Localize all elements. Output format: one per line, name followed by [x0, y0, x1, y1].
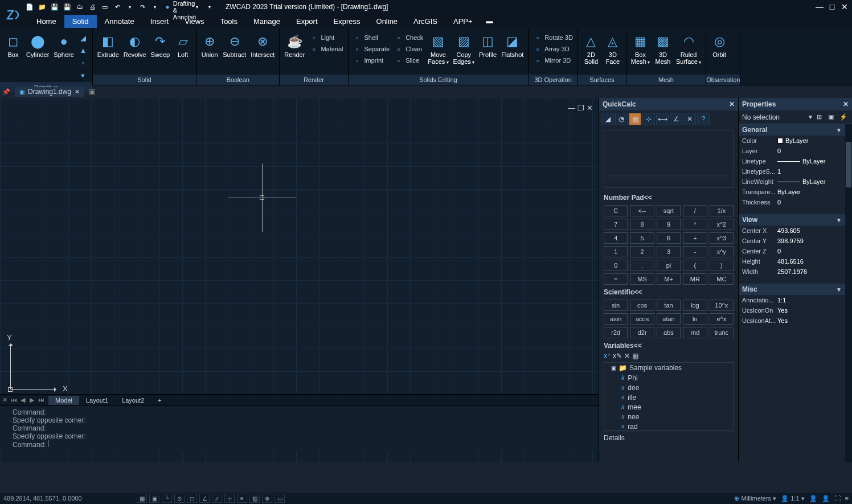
workspace-dd-icon[interactable]: ▾ — [192, 2, 202, 11]
ribbon-array-3d[interactable]: ▫Array 3D — [533, 44, 573, 54]
sb-annovis-icon[interactable]: 👤 — [809, 495, 817, 502]
ribbon-tab-online[interactable]: Online — [368, 15, 406, 28]
selection-label[interactable]: No selection — [742, 113, 780, 121]
prop-group-misc[interactable]: Misc▼ — [739, 284, 845, 295]
prop-row-centerz[interactable]: Center Z0 — [739, 246, 845, 256]
ribbon-switch-icon[interactable]: ▬ — [486, 17, 493, 25]
var-delete-icon[interactable]: ✕ — [624, 352, 630, 360]
ribbon-material[interactable]: ▫Material — [309, 44, 343, 54]
calc-btn-10^x[interactable]: 10^x — [710, 300, 734, 311]
workspace-selector[interactable]: 2D Drafting & Annotati — [180, 2, 189, 11]
layout-tab-layout1[interactable]: Layout1 — [79, 396, 115, 405]
ribbon-revolve[interactable]: ◐Revolve — [124, 31, 146, 58]
properties-scrollbar[interactable] — [845, 124, 852, 462]
qat-saveas-icon[interactable]: 💾 — [63, 2, 72, 11]
ribbon-tab-arcgis[interactable]: ArcGIS — [405, 15, 445, 28]
calc-btn-MS[interactable]: MS — [630, 273, 654, 285]
pin-icon[interactable]: 📌 — [2, 88, 10, 96]
calc-btn-M[interactable]: M+ — [657, 273, 681, 285]
sb-ortho-icon[interactable]: └ — [162, 494, 172, 503]
variable-rad[interactable]: xrad — [604, 421, 733, 431]
new-tab-icon[interactable]: ▣ — [87, 87, 97, 97]
prop-row-color[interactable]: ColorByLayer — [739, 136, 845, 146]
close-tab-icon[interactable]: ✕ — [75, 88, 80, 96]
ribbon-check[interactable]: ▫Check — [394, 33, 423, 42]
var-new-icon[interactable]: x⁺ — [604, 352, 611, 360]
prop-row-linetypes[interactable]: LinetypeS...1 — [739, 166, 845, 177]
quickselect-icon[interactable]: ⚡ — [839, 113, 849, 121]
qat-workspace-icon[interactable]: ● — [163, 2, 172, 11]
calc-btn-6[interactable]: 6 — [657, 232, 681, 244]
quickcalc-close-icon[interactable]: ✕ — [729, 100, 735, 108]
primitive-extra-icon[interactable]: ▾ — [79, 71, 88, 80]
calc-btn-2[interactable]: 2 — [630, 246, 654, 257]
prop-row-annotatio[interactable]: Annotatio...1:1 — [739, 295, 845, 305]
qat-redo-icon[interactable]: ↷ — [138, 2, 147, 11]
layout-first-icon[interactable]: ⏮ — [10, 396, 18, 404]
sb-hatch-icon[interactable]: ▨ — [249, 494, 260, 503]
calc-btn-[interactable]: . — [630, 260, 654, 271]
calc-btn-8[interactable]: 8 — [630, 219, 654, 230]
qc-numpad-header[interactable]: Number Pad<< — [599, 192, 738, 203]
calc-btn-[interactable]: - — [683, 246, 707, 257]
calc-btn-5[interactable]: 5 — [630, 232, 654, 244]
properties-close-icon[interactable]: ✕ — [843, 100, 849, 108]
ribbon-clean[interactable]: ▫Clean — [394, 44, 423, 54]
calc-btn-0[interactable]: 0 — [604, 260, 628, 271]
calc-btn-4[interactable]: 4 — [604, 232, 628, 244]
qc-input[interactable] — [604, 178, 734, 188]
ribbon-box-mesh[interactable]: ▦BoxMesh ▾ — [631, 31, 650, 65]
ribbon-copy-edges[interactable]: ▨CopyEdges ▾ — [453, 31, 474, 65]
sb-lwt-icon[interactable]: ⫽ — [212, 494, 222, 503]
ribbon-tab-export[interactable]: Export — [288, 15, 326, 28]
drawing-canvas[interactable]: — ❐ ✕ Y X ✕ ⏮ ◀ ▶ ⏭ ModelLayout1Layout2 … — [0, 98, 599, 462]
calc-btn-tan[interactable]: tan — [657, 300, 681, 311]
calc-btn-e^x[interactable]: e^x — [710, 313, 734, 325]
ribbon-intersect[interactable]: ⊗Intersect — [251, 31, 275, 58]
prop-row-lineweight[interactable]: LineWeightByLayer — [739, 177, 845, 187]
ribbon-tab-home[interactable]: Home — [28, 15, 64, 28]
calc-btn-acos[interactable]: acos — [630, 313, 654, 325]
calc-btn-rnd[interactable]: rnd — [683, 327, 707, 338]
command-line[interactable]: Command:Specify opposite corner:Command:… — [0, 405, 599, 451]
calc-btn-C[interactable]: C — [604, 205, 628, 216]
qc-clear-icon[interactable]: ◢ — [601, 113, 614, 125]
layout-tab-layout2[interactable]: Layout2 — [115, 396, 151, 405]
calc-btn-[interactable]: ( — [683, 260, 707, 271]
calc-btn-trunc[interactable]: trunc — [710, 327, 734, 338]
sb-cycle-icon[interactable]: ≡ — [237, 494, 247, 503]
ribbon-tab-views[interactable]: Views — [177, 15, 212, 28]
ribbon-slice[interactable]: ▫Slice — [394, 56, 423, 65]
ribbon-loft[interactable]: ▱Loft — [174, 31, 191, 58]
calc-btn-1x[interactable]: 1/x — [710, 205, 734, 216]
var-group-label[interactable]: Sample variables — [629, 364, 682, 372]
qc-scientific-header[interactable]: Scientific<< — [599, 287, 738, 297]
calc-btn-9[interactable]: 9 — [657, 219, 681, 230]
prop-row-transpare[interactable]: Transpare...ByLayer — [739, 187, 845, 197]
primitive-extra-icon[interactable]: ◢ — [79, 33, 88, 42]
prop-row-ucsiconat[interactable]: UcsIconAt...Yes — [739, 315, 845, 326]
prop-group-view[interactable]: View▼ — [739, 214, 845, 226]
calc-btn-ln[interactable]: ln — [683, 313, 707, 325]
qc-help-icon[interactable]: ? — [697, 113, 710, 125]
qat-saveall-icon[interactable]: 🗂 — [75, 2, 84, 11]
maximize-button[interactable]: □ — [827, 2, 837, 12]
sb-annoauto-icon[interactable]: 👤 — [822, 495, 830, 502]
sb-snap-icon[interactable]: ▣ — [149, 494, 159, 503]
primitive-extra-icon[interactable]: ▫ — [79, 58, 88, 67]
calc-btn-MR[interactable]: MR — [683, 273, 707, 285]
sb-dyn-icon[interactable]: ⊹ — [224, 494, 235, 503]
ribbon-mirror-3d[interactable]: ▫Mirror 3D — [533, 56, 573, 65]
ribbon-rotate-3d[interactable]: ▫Rotate 3D — [533, 33, 573, 42]
variable-dee[interactable]: xdee — [604, 383, 733, 392]
calc-btn-sin[interactable]: sin — [604, 300, 628, 311]
sb-annoscale-indicator[interactable]: 👤 1:1 ▾ — [781, 495, 804, 502]
sb-otrack-icon[interactable]: ∠ — [199, 494, 210, 503]
calc-btn-[interactable]: <-- — [630, 205, 654, 216]
ribbon-2d-solid[interactable]: △2DSolid — [583, 31, 600, 65]
ribbon-tab-annotate[interactable]: Annotate — [97, 15, 142, 28]
pickadd-icon[interactable]: ⊞ — [817, 113, 826, 121]
variable-mee[interactable]: xmee — [604, 402, 733, 412]
ribbon-union[interactable]: ⊕Union — [201, 31, 218, 58]
qc-history-icon[interactable]: ◔ — [615, 113, 628, 125]
